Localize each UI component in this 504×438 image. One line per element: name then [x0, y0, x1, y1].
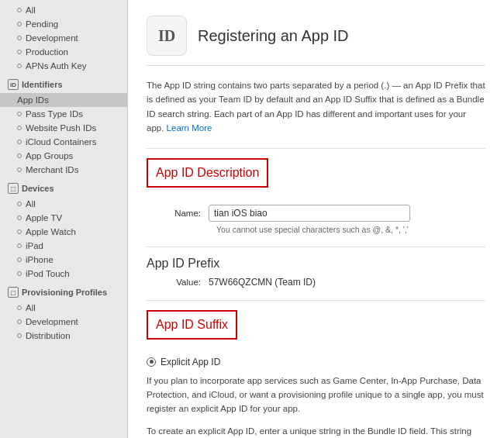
sidebar-item-iphone[interactable]: iPhone — [0, 253, 127, 267]
dot-icon — [17, 50, 22, 54]
suffix-section: App ID Suffix Explicit App ID If you pla… — [147, 310, 485, 438]
sidebar-item-merchant-ids[interactable]: Merchant IDs — [0, 163, 127, 177]
divider-3 — [147, 300, 485, 301]
explicit-label: Explicit App ID — [161, 357, 220, 367]
prefix-value: 57W66QZCMN (Team ID) — [209, 277, 316, 288]
sidebar-item-pending[interactable]: Pending — [0, 17, 127, 31]
sidebar-item-apple-tv[interactable]: Apple TV — [0, 211, 127, 225]
dot-icon — [17, 126, 22, 130]
prefix-section: App ID Prefix Value: 57W66QZCMN (Team ID… — [147, 257, 485, 288]
sidebar-item-development-cert[interactable]: Development — [0, 31, 127, 45]
sidebar-section-certificates: All Pending Development Production APNs … — [0, 3, 127, 73]
dot-icon — [17, 257, 22, 262]
sidebar-section-devices: □ Devices All Apple TV Apple Watch iPad … — [0, 177, 127, 281]
dot-icon — [17, 229, 22, 234]
sidebar-item-ipad[interactable]: iPad — [0, 239, 127, 253]
dot-icon — [17, 153, 22, 158]
sidebar-item-apns-auth[interactable]: APNs Auth Key — [0, 59, 127, 73]
sidebar-item-development-profile[interactable]: Development — [0, 315, 127, 329]
sidebar-item-ipod-touch[interactable]: iPod Touch — [0, 267, 127, 281]
sidebar: All Pending Development Production APNs … — [0, 0, 128, 438]
dot-icon — [17, 271, 22, 276]
sidebar-item-apple-watch[interactable]: Apple Watch — [0, 225, 127, 239]
prefix-section-title: App ID Prefix — [147, 257, 485, 271]
learn-more-link[interactable]: Learn More — [167, 123, 212, 133]
sidebar-item-distribution[interactable]: Distribution — [0, 329, 127, 343]
identifiers-icon: ID — [8, 79, 19, 90]
sidebar-item-all-certs[interactable]: All — [0, 3, 127, 17]
name-hint: You cannot use special characters such a… — [216, 225, 485, 234]
name-input[interactable] — [209, 205, 410, 222]
value-label: Value: — [147, 278, 209, 287]
sidebar-section-identifiers: ID Identifiers App IDs Pass Type IDs Web… — [0, 73, 127, 177]
suffix-section-title: App ID Suffix — [156, 318, 228, 331]
page-header: ID Registering an App ID — [147, 16, 485, 66]
dot-icon — [17, 112, 22, 116]
explicit-radio-row[interactable]: Explicit App ID — [147, 357, 485, 367]
devices-header: □ Devices — [0, 177, 127, 197]
sidebar-item-production[interactable]: Production — [0, 45, 127, 59]
dot-icon — [17, 64, 22, 68]
sidebar-item-icloud-containers[interactable]: iCloud Containers — [0, 135, 127, 149]
prefix-value-row: Value: 57W66QZCMN (Team ID) — [147, 277, 485, 288]
main-content: ID Registering an App ID The App ID stri… — [128, 0, 504, 438]
devices-icon: □ — [8, 183, 19, 194]
identifiers-header: ID Identifiers — [0, 73, 127, 93]
dot-icon — [17, 333, 22, 338]
explicit-desc1: If you plan to incorporate app services … — [147, 374, 485, 416]
radio-dot-inner — [150, 360, 154, 364]
sidebar-item-app-ids[interactable]: App IDs — [0, 93, 127, 107]
app-id-icon: ID — [147, 16, 187, 56]
description-section-box: App ID Description — [147, 158, 268, 188]
dot-icon — [17, 305, 22, 310]
page-title: Registering an App ID — [198, 27, 349, 45]
name-row: Name: — [147, 205, 485, 222]
dot-icon — [17, 319, 22, 324]
dot-icon — [17, 216, 22, 220]
description-section-title: App ID Description — [156, 166, 259, 179]
suffix-section-box: App ID Suffix — [147, 310, 237, 340]
dot-icon — [17, 36, 22, 40]
divider-1 — [147, 148, 485, 149]
dot-icon — [17, 167, 22, 172]
sidebar-item-all-profiles[interactable]: All — [0, 301, 127, 315]
dot-icon — [17, 243, 22, 248]
sidebar-item-website-push-ids[interactable]: Website Push IDs — [0, 121, 127, 135]
sidebar-item-app-groups[interactable]: App Groups — [0, 149, 127, 163]
sidebar-item-pass-type-ids[interactable]: Pass Type IDs — [0, 107, 127, 121]
provisioning-icon: □ — [8, 287, 19, 298]
dot-icon — [17, 8, 22, 12]
provisioning-header: □ Provisioning Profiles — [0, 281, 127, 301]
sidebar-section-provisioning: □ Provisioning Profiles All Development … — [0, 281, 127, 343]
explicit-radio-button[interactable] — [147, 357, 156, 367]
name-label: Name: — [147, 209, 209, 218]
divider-2 — [147, 247, 485, 247]
dot-icon — [17, 140, 22, 144]
dot-icon — [17, 202, 22, 206]
sidebar-item-all-devices[interactable]: All — [0, 197, 127, 211]
intro-text: The App ID string contains two parts sep… — [147, 78, 485, 136]
explicit-desc2: To create an explicit App ID, enter a un… — [147, 424, 485, 438]
description-section: App ID Description Name: You cannot use … — [147, 158, 485, 234]
dot-icon — [17, 22, 22, 26]
